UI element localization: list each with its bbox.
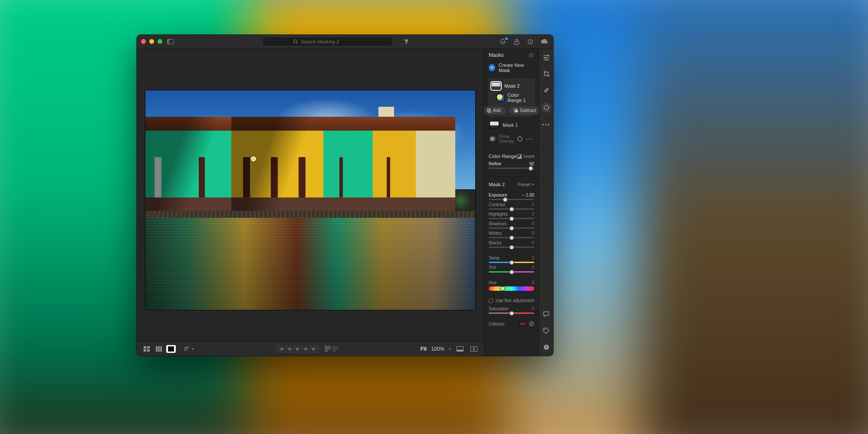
info-panel-icon[interactable] xyxy=(542,343,551,352)
crop-icon[interactable] xyxy=(542,69,551,78)
chevron-down-icon[interactable]: ▾ xyxy=(449,347,451,351)
svg-rect-14 xyxy=(158,346,160,348)
mask1-name: Mask 1 xyxy=(503,122,518,128)
slider-hue[interactable]: Hue0 xyxy=(489,280,534,291)
slider-value: 0 xyxy=(532,280,534,285)
more-tools-icon[interactable]: ••• xyxy=(542,121,551,129)
svg-rect-25 xyxy=(184,350,187,350)
zoom-window-button[interactable] xyxy=(158,39,162,44)
zoom-level[interactable]: 100% xyxy=(431,346,444,352)
canvas-column: ▾ ★ ★ ★ ★ ★ Fit 100% ▾ xyxy=(137,49,484,356)
grid-view-icon[interactable] xyxy=(142,345,151,353)
slider-saturation[interactable]: Saturation0 xyxy=(489,306,534,314)
minimize-window-button[interactable] xyxy=(149,39,154,44)
colorize-swatch[interactable] xyxy=(519,322,526,326)
slider-contrast[interactable]: Contrast0 xyxy=(489,202,534,210)
mask2-thumbnail[interactable] xyxy=(491,82,501,90)
slider-label: Tint xyxy=(489,265,496,270)
subtract-from-mask-button[interactable]: Subtract xyxy=(509,107,539,114)
healing-icon[interactable] xyxy=(542,86,551,95)
fit-label[interactable]: Fit xyxy=(421,346,427,352)
rating-stars[interactable]: ★ ★ ★ ★ ★ xyxy=(276,345,320,353)
search-icon xyxy=(293,39,298,44)
masks-title: Masks xyxy=(489,52,504,58)
adjust-sliders: Exposure– 1.00Contrast0Highlights0Shadow… xyxy=(484,191,539,296)
pick-flag-icon[interactable] xyxy=(325,346,331,352)
svg-rect-15 xyxy=(160,346,162,348)
slider-shadows[interactable]: Shadows0 xyxy=(489,221,534,229)
flag-controls[interactable] xyxy=(325,346,339,352)
more-icon[interactable]: ••• xyxy=(526,137,533,141)
colorize-reset-icon[interactable] xyxy=(529,321,534,326)
svg-point-7 xyxy=(530,40,531,41)
svg-point-45 xyxy=(545,91,546,92)
svg-point-39 xyxy=(547,55,549,56)
mask-1-row[interactable]: Mask 1 xyxy=(484,118,539,132)
viewer-footer: ▾ ★ ★ ★ ★ ★ Fit 100% ▾ xyxy=(137,341,484,356)
single-view-icon[interactable] xyxy=(166,345,176,353)
edit-sliders-icon[interactable] xyxy=(542,53,551,62)
svg-rect-31 xyxy=(487,109,490,112)
svg-line-3 xyxy=(296,43,298,44)
svg-point-30 xyxy=(530,54,532,56)
sort-icon[interactable]: ▾ xyxy=(184,345,194,353)
svg-point-49 xyxy=(544,329,545,330)
filter-icon[interactable] xyxy=(402,38,411,46)
comments-icon[interactable] xyxy=(542,310,551,319)
close-window-button[interactable] xyxy=(141,39,146,44)
color-sample-point[interactable] xyxy=(251,156,256,161)
use-fine-adjustment-checkbox[interactable]: Use fine adjustment xyxy=(489,298,534,303)
mask-2-group[interactable]: Mask 2 Color Range 1 Add Subtract xyxy=(488,78,535,117)
cloud-sync-icon[interactable] xyxy=(539,38,549,46)
eye-icon[interactable] xyxy=(528,53,534,57)
svg-rect-20 xyxy=(158,350,160,351)
invert-icon xyxy=(517,154,522,159)
slider-highlights[interactable]: Highlights0 xyxy=(489,212,534,219)
create-new-mask-button[interactable]: + Create New Mask xyxy=(484,61,539,76)
svg-rect-34 xyxy=(515,110,518,112)
slider-blacks[interactable]: Blacks0 xyxy=(489,240,534,248)
preset-dropdown[interactable]: Preset▾ xyxy=(518,182,534,187)
color-range-name: Color Range 1 xyxy=(508,92,532,103)
slider-whites[interactable]: Whites0 xyxy=(489,231,534,238)
svg-rect-13 xyxy=(156,346,158,348)
svg-point-51 xyxy=(546,345,546,346)
keywords-icon[interactable] xyxy=(542,326,551,335)
share-icon[interactable] xyxy=(512,38,521,46)
slider-value: 0 xyxy=(532,265,534,270)
svg-point-41 xyxy=(544,57,546,59)
square-grid-icon[interactable] xyxy=(154,345,164,353)
search-field[interactable] xyxy=(262,37,392,46)
info-icon[interactable] xyxy=(526,38,535,46)
overlay-color-icon[interactable] xyxy=(517,136,523,141)
before-after-icon[interactable] xyxy=(469,345,479,353)
sidebar-toggle-icon[interactable] xyxy=(166,38,175,46)
colorize-label: Colorize xyxy=(489,322,505,326)
window-controls xyxy=(141,39,162,44)
subtract-icon xyxy=(514,108,518,113)
svg-rect-29 xyxy=(474,346,477,351)
notifications-icon[interactable] xyxy=(498,38,507,46)
masking-icon[interactable] xyxy=(541,102,552,113)
add-to-mask-button[interactable]: Add xyxy=(484,107,506,114)
plus-icon: + xyxy=(489,64,495,71)
right-panels: Masks + Create New Mask Mask 2 xyxy=(484,49,539,356)
show-overlay-toggle[interactable] xyxy=(490,136,496,141)
slider-temp[interactable]: Temp0 xyxy=(489,256,534,263)
svg-rect-52 xyxy=(546,347,547,349)
photo-canvas[interactable] xyxy=(145,90,475,310)
svg-rect-24 xyxy=(184,349,188,349)
slider-tint[interactable]: Tint0 xyxy=(489,265,534,273)
color-range-thumbnail[interactable] xyxy=(496,94,504,102)
filmstrip-toggle-icon[interactable] xyxy=(455,345,465,353)
color-range-title: Color Range xyxy=(489,154,517,159)
reject-flag-icon[interactable] xyxy=(332,346,339,352)
slider-exposure[interactable]: Exposure– 1.00 xyxy=(489,193,534,200)
invert-button[interactable]: Invert xyxy=(517,154,534,159)
svg-rect-11 xyxy=(144,349,146,352)
photo-preview xyxy=(145,90,475,310)
search-input[interactable] xyxy=(301,39,361,44)
refine-slider[interactable]: Refine92 xyxy=(489,161,534,169)
create-mask-label: Create New Mask xyxy=(499,62,534,73)
svg-rect-9 xyxy=(144,346,146,349)
